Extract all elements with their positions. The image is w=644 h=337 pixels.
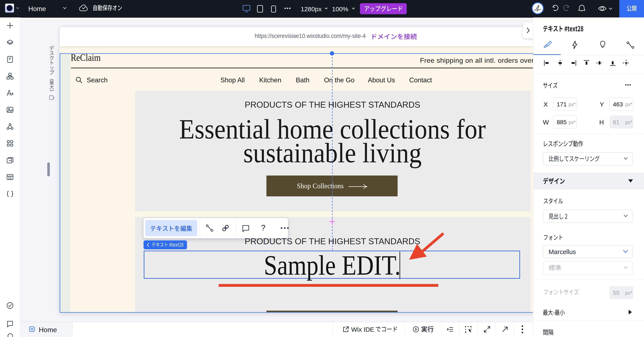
svg-text:?: ? [261,224,265,232]
